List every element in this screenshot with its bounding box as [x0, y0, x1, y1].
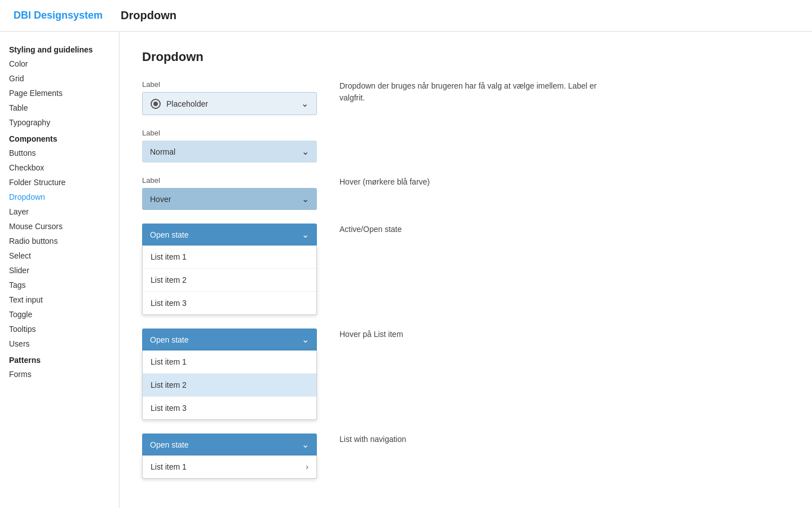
demo-description-open3: List with navigation	[339, 433, 406, 445]
sidebar-item-mouse-cursors[interactable]: Mouse Cursors	[0, 219, 119, 234]
demo-label-normal: Label	[142, 129, 317, 137]
dropdown-container-open2: Open state⌄List item 1List item 2List it…	[142, 329, 317, 420]
sidebar-item-toggle[interactable]: Toggle	[0, 307, 119, 322]
dropdown-container-open1: Open state⌄List item 1List item 2List it…	[142, 224, 317, 315]
list-item-text: List item 3	[151, 404, 187, 413]
dropdown-list-open2: List item 1List item 2List item 3	[142, 351, 317, 420]
header-title: Dropdown	[121, 9, 176, 22]
chevron-down-icon: ⌄	[302, 229, 309, 240]
chevron-down-icon: ⌄	[302, 194, 309, 204]
dropdown-button-placeholder[interactable]: Placeholder⌄	[142, 92, 317, 115]
demo-row-placeholder: LabelPlaceholder⌄Dropdown der bruges når…	[142, 80, 789, 115]
sidebar-item-page-elements[interactable]: Page Elements	[0, 86, 119, 100]
dropdown-container-hover: Hover⌄	[142, 188, 317, 210]
demo-row-open2: Open state⌄List item 1List item 2List it…	[142, 329, 789, 420]
demo-component-hover: LabelHover⌄	[142, 176, 317, 210]
sidebar-item-users[interactable]: Users	[0, 336, 119, 351]
sidebar-section-title: Patterns	[0, 351, 119, 367]
demo-row-open3: Open state⌄List item 1›List with navigat…	[142, 433, 789, 479]
radio-icon	[151, 99, 161, 109]
dropdown-list-open3: List item 1›	[142, 456, 317, 479]
sidebar-item-color[interactable]: Color	[0, 56, 119, 71]
chevron-down-icon: ⌄	[302, 146, 309, 157]
dropdown-list-open1: List item 1List item 2List item 3	[142, 246, 317, 315]
page-title: Dropdown	[142, 50, 789, 64]
dropdown-value: Hover	[150, 195, 171, 204]
sidebar-section-title: Components	[0, 130, 119, 146]
demo-component-normal: LabelNormal⌄	[142, 129, 317, 163]
dropdown-container-placeholder: Placeholder⌄	[142, 92, 317, 115]
dropdown-button-open3[interactable]: Open state⌄	[142, 433, 317, 456]
demo-label-placeholder: Label	[142, 80, 317, 89]
demo-component-placeholder: LabelPlaceholder⌄	[142, 80, 317, 115]
list-item[interactable]: List item 3	[143, 397, 316, 419]
chevron-down-icon: ⌄	[302, 334, 309, 345]
dropdown-value: Open state	[150, 335, 189, 344]
header: DBI Designsystem Dropdown	[0, 0, 812, 32]
sidebar-item-layer[interactable]: Layer	[0, 204, 119, 219]
list-item[interactable]: List item 1›	[143, 456, 316, 478]
sidebar-item-forms[interactable]: Forms	[0, 367, 119, 382]
sidebar-item-table[interactable]: Table	[0, 100, 119, 115]
demo-description-open1: Active/Open state	[339, 224, 402, 235]
list-item-text: List item 2	[151, 275, 187, 284]
list-item[interactable]: List item 2	[143, 374, 316, 397]
demo-component-open2: Open state⌄List item 1List item 2List it…	[142, 329, 317, 420]
demo-row-open1: Open state⌄List item 1List item 2List it…	[142, 224, 789, 315]
dropdown-button-open2[interactable]: Open state⌄	[142, 329, 317, 351]
list-item-text: List item 1	[151, 252, 187, 261]
sidebar-item-tags[interactable]: Tags	[0, 278, 119, 292]
dropdown-container-open3: Open state⌄List item 1›	[142, 433, 317, 479]
sidebar-item-typography[interactable]: Typography	[0, 115, 119, 130]
list-item-text: List item 1	[151, 462, 187, 471]
chevron-down-icon: ⌄	[302, 439, 309, 450]
dropdown-value: Placeholder	[166, 99, 208, 108]
placeholder-row: Placeholder	[151, 99, 208, 109]
list-item[interactable]: List item 1	[143, 351, 316, 374]
sidebar: Styling and guidelinesColorGridPage Elem…	[0, 32, 120, 508]
sidebar-item-slider[interactable]: Slider	[0, 263, 119, 278]
dropdown-value: Normal	[150, 147, 175, 156]
list-item-text: List item 2	[151, 380, 187, 389]
sidebar-item-radio-buttons[interactable]: Radio buttons	[0, 234, 119, 248]
dropdown-container-normal: Normal⌄	[142, 141, 317, 163]
demos-container: LabelPlaceholder⌄Dropdown der bruges når…	[142, 80, 789, 479]
demo-description-placeholder: Dropdown der bruges når brugeren har få …	[339, 80, 621, 104]
sidebar-item-select[interactable]: Select	[0, 248, 119, 263]
list-item-text: List item 3	[151, 299, 187, 308]
dropdown-value: Open state	[150, 230, 189, 239]
sidebar-item-dropdown[interactable]: Dropdown	[0, 190, 119, 204]
demo-description-open2: Hover på List item	[339, 329, 403, 340]
dropdown-value: Open state	[150, 440, 189, 449]
demo-description-hover: Hover (mørkere blå farve)	[339, 176, 430, 188]
dropdown-button-open1[interactable]: Open state⌄	[142, 224, 317, 246]
dropdown-button-hover[interactable]: Hover⌄	[142, 188, 317, 210]
logo[interactable]: DBI Designsystem	[14, 10, 103, 21]
demo-row-normal: LabelNormal⌄	[142, 129, 789, 163]
demo-label-hover: Label	[142, 176, 317, 185]
sidebar-item-text-input[interactable]: Text input	[0, 292, 119, 307]
list-item[interactable]: List item 2	[143, 269, 316, 292]
sidebar-item-folder-structure[interactable]: Folder Structure	[0, 175, 119, 190]
sidebar-item-checkbox[interactable]: Checkbox	[0, 160, 119, 175]
layout: Styling and guidelinesColorGridPage Elem…	[0, 32, 812, 508]
sidebar-item-buttons[interactable]: Buttons	[0, 146, 119, 160]
list-item-text: List item 1	[151, 357, 187, 366]
main-content: Dropdown LabelPlaceholder⌄Dropdown der b…	[120, 32, 812, 508]
dropdown-button-normal[interactable]: Normal⌄	[142, 141, 317, 163]
list-item[interactable]: List item 3	[143, 292, 316, 314]
sidebar-item-tooltips[interactable]: Tooltips	[0, 322, 119, 336]
sidebar-item-grid[interactable]: Grid	[0, 71, 119, 86]
demo-component-open1: Open state⌄List item 1List item 2List it…	[142, 224, 317, 315]
chevron-down-icon: ⌄	[301, 98, 308, 109]
chevron-right-icon: ›	[306, 462, 308, 471]
demo-component-open3: Open state⌄List item 1›	[142, 433, 317, 479]
demo-row-hover: LabelHover⌄Hover (mørkere blå farve)	[142, 176, 789, 210]
list-item[interactable]: List item 1	[143, 246, 316, 269]
sidebar-section-title: Styling and guidelines	[0, 41, 119, 56]
